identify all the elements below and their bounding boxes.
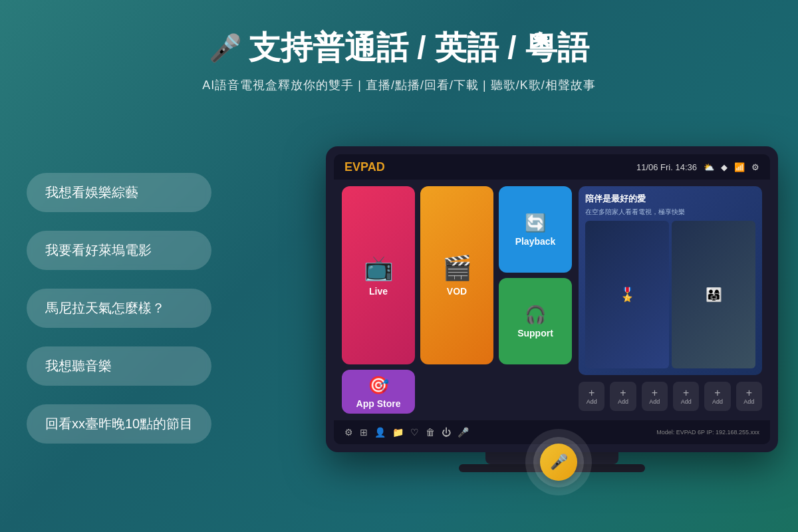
playback-icon: 🔄 [525,213,546,233]
grid-icon[interactable]: ⊞ [360,427,368,438]
power-icon[interactable]: ⏻ [442,427,451,438]
vod-icon: 🎬 [442,254,472,282]
main-content: 📺 Live 🎬 VOD 🔄 Playback [334,180,770,420]
topbar-right: 11/06 Fri. 14:36 ⛅ ◆ 📶 ⚙ [636,162,759,172]
header-subtitle: AI語音電視盒釋放你的雙手 | 直播/點播/回看/下載 | 聽歌/K歌/相聲故事 [0,77,798,93]
add-label-4: Add [681,398,692,405]
add-button-3[interactable]: + Add [642,382,668,411]
mic-icon: 🎤 [209,33,242,64]
app-tile-playback[interactable]: 🔄 Playback [499,186,572,273]
header-title: 🎤 支持普通話 / 英語 / 粵語 [0,27,798,69]
topbar: EVPAD 11/06 Fri. 14:36 ⛅ ◆ 📶 ⚙ [334,154,770,180]
header-title-text: 支持普通話 / 英語 / 粵語 [249,27,589,69]
chat-bubble-5: 回看xx臺昨晚10點的節目 [27,404,211,444]
logo-ev: EV [344,160,360,174]
evpad-logo: EVPAD [344,160,385,174]
voice-mic-icon: 🎤 [550,454,568,471]
add-label-5: Add [712,398,723,405]
folder-icon[interactable]: 📁 [392,427,404,438]
support-icon: 🎧 [525,305,546,325]
add-button-5[interactable]: + Add [704,382,730,411]
add-button-6[interactable]: + Add [736,382,762,411]
featured-image-2: 👨‍👩‍👧 [672,221,755,368]
voice-ring-outer: 🎤 [525,429,592,495]
vod-label: VOD [447,286,467,297]
page-header: 🎤 支持普通話 / 英語 / 粵語 AI語音電視盒釋放你的雙手 | 直播/點播/… [0,0,798,100]
featured-subtitle: 在空多陪家人看看電視，極享快樂 [585,207,755,217]
add-button-4[interactable]: + Add [673,382,699,411]
add-buttons-row: + Add + Add + Add [579,379,762,414]
add-label-6: Add [743,398,754,405]
mic-bottom-icon[interactable]: 🎤 [458,427,469,438]
live-icon: 📺 [364,254,394,282]
voice-button[interactable]: 🎤 [540,444,577,481]
apps-grid: 📺 Live 🎬 VOD 🔄 Playback [342,186,572,414]
add-label-3: Add [649,398,660,405]
voice-overlay: 🎤 [525,429,592,495]
app-tile-vod[interactable]: 🎬 VOD [420,186,493,364]
voice-ring-inner: 🎤 [533,437,584,487]
bottom-device-info: Model: EVPAD 6P IP: 192.168.255.xxx [656,429,759,436]
settings-bottom-icon[interactable]: ⚙ [344,427,353,438]
app-tile-live[interactable]: 📺 Live [342,186,415,364]
chat-bubble-2: 我要看好萊塢電影 [27,231,211,270]
add-label-2: Add [618,398,628,405]
chat-bubble-1: 我想看娛樂綜藝 [27,173,211,212]
settings-icon: ⚙ [751,162,759,172]
logo-pad: PAD [360,160,385,174]
topbar-datetime: 11/06 Fri. 14:36 [636,162,697,172]
chat-bubble-4: 我想聽音樂 [27,346,211,386]
add-button-1[interactable]: + Add [579,382,604,411]
evpad-ui: EVPAD 11/06 Fri. 14:36 ⛅ ◆ 📶 ⚙ [334,154,770,444]
weather-icon: ⛅ [704,162,714,172]
featured-title: 陪伴是最好的愛 [585,193,755,205]
chat-bubble-3: 馬尼拉天氣怎麼樣？ [27,289,211,328]
app-tile-appstore[interactable]: 🎯 App Store [342,370,415,414]
support-label: Support [517,328,553,338]
bluetooth-icon: ◆ [721,162,728,172]
add-button-2[interactable]: + Add [610,382,636,411]
trash-icon[interactable]: 🗑 [426,427,435,438]
wifi-icon: 📶 [734,162,745,172]
tv-screen: EVPAD 11/06 Fri. 14:36 ⛅ ◆ 📶 ⚙ [334,154,770,444]
right-panel: 陪伴是最好的愛 在空多陪家人看看電視，極享快樂 🎖️ 👨‍👩‍👧 + [579,186,762,414]
user-icon[interactable]: 👤 [374,427,386,438]
featured-image-1: 🎖️ [585,221,669,368]
featured-banner: 陪伴是最好的愛 在空多陪家人看看電視，極享快樂 🎖️ 👨‍👩‍👧 [579,186,762,375]
featured-images: 🎖️ 👨‍👩‍👧 [585,221,755,368]
playback-label: Playback [515,236,556,247]
chat-bubbles-container: 我想看娛樂綜藝 我要看好萊塢電影 馬尼拉天氣怎麼樣？ 我想聽音樂 回看xx臺昨晚… [27,173,211,444]
appstore-icon: 🎯 [368,375,389,396]
add-label-1: Add [587,398,597,405]
app-tile-support[interactable]: 🎧 Support [499,278,572,364]
bottom-icons: ⚙ ⊞ 👤 📁 ♡ 🗑 ⏻ 🎤 [344,427,469,438]
tv-frame: EVPAD 11/06 Fri. 14:36 ⛅ ◆ 📶 ⚙ [326,146,778,452]
appstore-label: App Store [356,398,401,409]
live-label: Live [369,286,388,297]
heart-icon[interactable]: ♡ [410,427,419,438]
